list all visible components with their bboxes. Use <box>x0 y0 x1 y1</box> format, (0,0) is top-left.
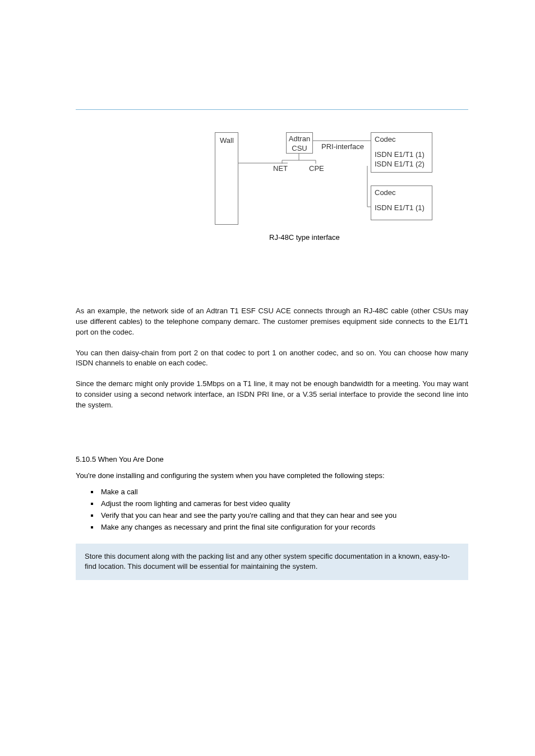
pri-interface-label: PRI-interface <box>321 142 364 151</box>
section-divider <box>76 109 468 110</box>
codec-a-port1: ISDN E1/T1 (1) <box>375 150 425 159</box>
diagram-box-csu: Adtran CSU <box>286 132 313 154</box>
codec-b-title: Codec <box>375 188 396 197</box>
note-text: Store this document along with the packi… <box>85 551 459 573</box>
diagram-box-wall: Wall <box>215 132 238 225</box>
diagram-caption: RJ-48C type interface <box>269 233 340 242</box>
net-label: NET <box>273 164 288 173</box>
paragraph-2: You can then daisy-chain from port 2 on … <box>76 348 468 369</box>
list-item: Make a call <box>76 486 468 498</box>
csu-line2: CSU <box>292 144 307 152</box>
done-checklist: Make a call Adjust the room lighting and… <box>76 486 468 533</box>
csu-line1: Adtran <box>289 134 310 143</box>
note-box: Store this document along with the packi… <box>76 544 468 581</box>
codec-b-port1: ISDN E1/T1 (1) <box>375 203 425 212</box>
bullet-text: Verify that you can hear and see the par… <box>101 511 396 520</box>
list-item: Make any changes as necessary and print … <box>76 522 468 534</box>
cpe-label: CPE <box>309 164 324 173</box>
diagram-box-codec-b: Codec ISDN E1/T1 (1) <box>371 185 432 220</box>
content-area: Wall Adtran CSU PRI-interface NET CPE Co… <box>76 109 468 580</box>
diagram-box-codec-a: Codec ISDN E1/T1 (1) ISDN E1/T1 (2) <box>371 132 432 173</box>
section-5-10-5-body: You're done installing and configuring t… <box>76 471 468 481</box>
codec-a-port2: ISDN E1/T1 (2) <box>375 160 425 168</box>
codec-a-title: Codec <box>375 135 396 143</box>
bullet-text: Make any changes as necessary and print … <box>101 523 375 531</box>
section-5-10-5-title: 5.10.5 When You Are Done <box>76 454 468 465</box>
bullet-text: Adjust the room lighting and cameras for… <box>101 499 290 508</box>
page-root: Wall Adtran CSU PRI-interface NET CPE Co… <box>0 0 535 756</box>
bullet-text: Make a call <box>101 488 138 496</box>
paragraph-1: As an example, the network side of an Ad… <box>76 306 468 338</box>
diagram-region: Wall Adtran CSU PRI-interface NET CPE Co… <box>76 132 468 278</box>
connection-diagram: Wall Adtran CSU PRI-interface NET CPE Co… <box>215 132 439 250</box>
diagram-wall-label: Wall <box>220 136 234 145</box>
list-item: Verify that you can hear and see the par… <box>76 510 468 522</box>
paragraph-3: Since the demarc might only provide 1.5M… <box>76 379 468 411</box>
list-item: Adjust the room lighting and cameras for… <box>76 498 468 510</box>
